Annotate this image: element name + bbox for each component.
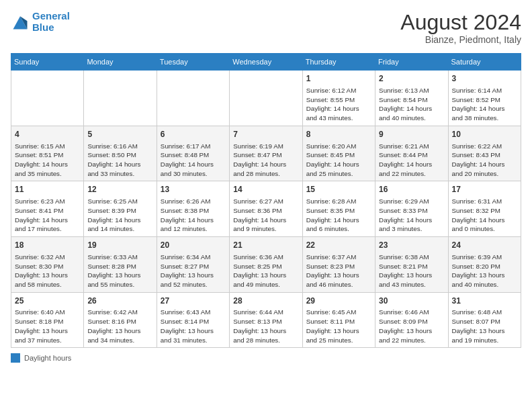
cell-text-line: Sunrise: 6:37 AM (306, 253, 371, 262)
cell-text-line: Sunset: 8:45 PM (306, 150, 371, 160)
calendar-cell-4-6: 23Sunrise: 6:38 AMSunset: 8:21 PMDayligh… (375, 237, 448, 293)
calendar-cell-3-3: 13Sunrise: 6:26 AMSunset: 8:38 PMDayligh… (157, 181, 229, 237)
cell-text-line: Sunset: 8:41 PM (15, 206, 80, 216)
day-number: 21 (233, 240, 298, 251)
cell-text-line: Sunrise: 6:20 AM (306, 142, 371, 151)
cell-text-line: Daylight: 13 hours and 49 minutes. (233, 271, 298, 289)
cell-text-line: Sunset: 8:51 PM (15, 150, 80, 160)
cell-text-line: Daylight: 13 hours and 22 minutes. (379, 326, 444, 345)
day-number: 10 (452, 129, 517, 140)
cell-text-line: Sunset: 8:07 PM (452, 317, 517, 326)
cell-text-line: Sunrise: 6:15 AM (15, 142, 80, 151)
calendar-cell-1-1 (11, 71, 84, 126)
cell-text-line: Sunrise: 6:33 AM (87, 253, 152, 262)
calendar-cell-4-5: 22Sunrise: 6:37 AMSunset: 8:23 PMDayligh… (302, 237, 375, 293)
cell-text-line: Sunset: 8:13 PM (233, 317, 298, 326)
cell-text-line: Daylight: 14 hours and 14 minutes. (87, 216, 152, 234)
cell-text-line: Sunrise: 6:44 AM (233, 308, 298, 317)
cell-text-line: Daylight: 14 hours and 30 minutes. (161, 160, 226, 178)
cell-text-line: Daylight: 14 hours and 6 minutes. (306, 216, 371, 234)
calendar-cell-5-5: 29Sunrise: 6:45 AMSunset: 8:11 PMDayligh… (302, 292, 375, 348)
calendar-cell-1-2 (84, 71, 157, 126)
calendar-cell-2-1: 4Sunrise: 6:15 AMSunset: 8:51 PMDaylight… (11, 126, 84, 181)
calendar-week-4: 18Sunrise: 6:32 AMSunset: 8:30 PMDayligh… (11, 237, 521, 293)
cell-text-line: Sunset: 8:44 PM (379, 150, 444, 160)
cell-text-line: Daylight: 13 hours and 40 minutes. (452, 271, 517, 289)
cell-text-line: Sunrise: 6:12 AM (306, 86, 371, 95)
cell-text-line: Sunset: 8:09 PM (379, 317, 444, 326)
day-number: 23 (379, 240, 444, 251)
day-number: 17 (452, 184, 517, 195)
cell-text-line: Sunrise: 6:22 AM (452, 142, 517, 151)
legend-color-box (11, 353, 20, 363)
location: Bianze, Piedmont, Italy (400, 34, 521, 45)
cell-text-line: Sunrise: 6:13 AM (379, 86, 444, 95)
day-number: 1 (306, 73, 371, 85)
calendar-cell-3-5: 15Sunrise: 6:28 AMSunset: 8:35 PMDayligh… (302, 181, 375, 237)
day-number: 28 (233, 295, 298, 307)
cell-text-line: Sunrise: 6:43 AM (161, 308, 226, 317)
calendar-cell-3-4: 14Sunrise: 6:27 AMSunset: 8:36 PMDayligh… (230, 181, 302, 237)
day-number: 31 (452, 295, 517, 307)
calendar-cell-3-6: 16Sunrise: 6:29 AMSunset: 8:33 PMDayligh… (375, 181, 448, 237)
day-header-saturday: Saturday (448, 54, 521, 71)
cell-text-line: Daylight: 13 hours and 43 minutes. (379, 271, 444, 289)
cell-text-line: Sunset: 8:43 PM (452, 150, 517, 160)
logo-icon (11, 13, 30, 32)
cell-text-line: Sunrise: 6:45 AM (306, 308, 371, 317)
calendar-cell-1-6: 2Sunrise: 6:13 AMSunset: 8:54 PMDaylight… (375, 71, 448, 126)
cell-text-line: Daylight: 13 hours and 37 minutes. (15, 326, 80, 345)
cell-text-line: Sunrise: 6:26 AM (161, 197, 226, 206)
title-block: August 2024 Bianze, Piedmont, Italy (400, 11, 521, 45)
day-header-sunday: Sunday (11, 54, 84, 71)
calendar-cell-5-4: 28Sunrise: 6:44 AMSunset: 8:13 PMDayligh… (230, 292, 302, 348)
calendar-cell-2-7: 10Sunrise: 6:22 AMSunset: 8:43 PMDayligh… (448, 126, 521, 181)
calendar-cell-2-2: 5Sunrise: 6:16 AMSunset: 8:50 PMDaylight… (84, 126, 157, 181)
cell-text-line: Daylight: 14 hours and 12 minutes. (161, 216, 226, 234)
day-number: 22 (306, 240, 371, 251)
cell-text-line: Daylight: 14 hours and 40 minutes. (379, 104, 444, 122)
cell-text-line: Daylight: 13 hours and 25 minutes. (306, 326, 371, 345)
day-number: 11 (15, 184, 80, 195)
day-number: 14 (233, 184, 298, 195)
cell-text-line: Sunrise: 6:32 AM (15, 253, 80, 262)
day-header-wednesday: Wednesday (230, 54, 302, 71)
cell-text-line: Sunrise: 6:16 AM (87, 142, 152, 151)
calendar-cell-2-6: 9Sunrise: 6:21 AMSunset: 8:44 PMDaylight… (375, 126, 448, 181)
calendar-cell-4-4: 21Sunrise: 6:36 AMSunset: 8:25 PMDayligh… (230, 237, 302, 293)
cell-text-line: Sunrise: 6:34 AM (161, 253, 226, 262)
day-number: 29 (306, 295, 371, 307)
cell-text-line: Daylight: 14 hours and 38 minutes. (452, 104, 517, 122)
cell-text-line: Sunrise: 6:36 AM (233, 253, 298, 262)
cell-text-line: Sunset: 8:14 PM (161, 317, 226, 326)
cell-text-line: Daylight: 14 hours and 25 minutes. (306, 160, 371, 178)
cell-text-line: Sunset: 8:25 PM (233, 262, 298, 271)
day-number: 7 (233, 129, 298, 140)
cell-text-line: Daylight: 13 hours and 52 minutes. (161, 271, 226, 289)
cell-text-line: Daylight: 13 hours and 34 minutes. (87, 326, 152, 345)
day-number: 18 (15, 240, 80, 251)
day-number: 20 (161, 240, 226, 251)
day-number: 27 (161, 295, 226, 307)
cell-text-line: Sunrise: 6:21 AM (379, 142, 444, 151)
calendar-cell-5-2: 26Sunrise: 6:42 AMSunset: 8:16 PMDayligh… (84, 292, 157, 348)
calendar-cell-4-1: 18Sunrise: 6:32 AMSunset: 8:30 PMDayligh… (11, 237, 84, 293)
calendar-cell-4-2: 19Sunrise: 6:33 AMSunset: 8:28 PMDayligh… (84, 237, 157, 293)
day-number: 19 (87, 240, 152, 251)
logo: General Blue (11, 11, 70, 33)
day-number: 3 (452, 73, 517, 85)
cell-text-line: Sunrise: 6:14 AM (452, 86, 517, 95)
cell-text-line: Sunrise: 6:23 AM (15, 197, 80, 206)
cell-text-line: Daylight: 14 hours and 0 minutes. (452, 216, 517, 234)
cell-text-line: Daylight: 13 hours and 28 minutes. (233, 326, 298, 345)
cell-text-line: Sunrise: 6:19 AM (233, 142, 298, 151)
calendar-cell-5-1: 25Sunrise: 6:40 AMSunset: 8:18 PMDayligh… (11, 292, 84, 348)
cell-text-line: Sunset: 8:33 PM (379, 206, 444, 216)
day-header-friday: Friday (375, 54, 448, 71)
cell-text-line: Sunrise: 6:29 AM (379, 197, 444, 206)
cell-text-line: Sunset: 8:23 PM (306, 262, 371, 271)
day-number: 5 (87, 129, 152, 140)
cell-text-line: Daylight: 14 hours and 28 minutes. (233, 160, 298, 178)
calendar-cell-5-7: 31Sunrise: 6:48 AMSunset: 8:07 PMDayligh… (448, 292, 521, 348)
calendar-cell-3-1: 11Sunrise: 6:23 AMSunset: 8:41 PMDayligh… (11, 181, 84, 237)
